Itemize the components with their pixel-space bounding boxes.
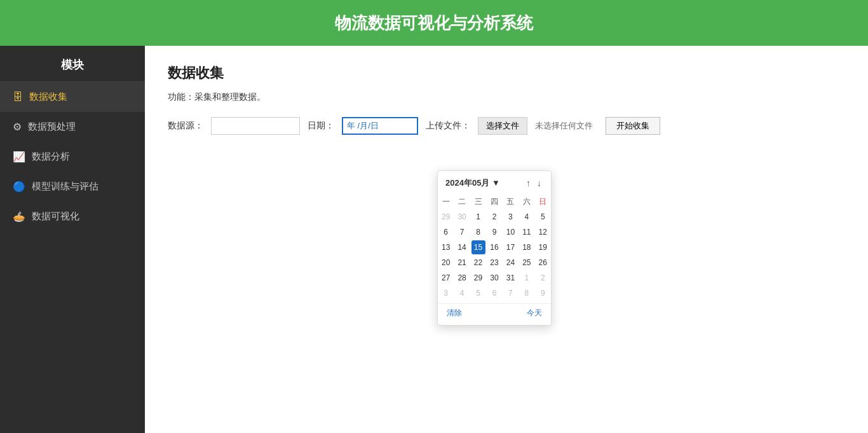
calendar-day[interactable]: 28 <box>455 271 469 285</box>
calendar-day[interactable]: 18 <box>520 240 534 254</box>
calendar-day[interactable]: 29 <box>471 271 485 285</box>
sidebar-item-data-preprocessing[interactable]: ⚙ 数据预处理 <box>0 112 145 142</box>
calendar-day[interactable]: 30 <box>455 210 469 224</box>
calendar-today-button[interactable]: 今天 <box>527 308 542 319</box>
calendar-day[interactable]: 11 <box>520 225 534 239</box>
calendar-week-row: 13141516171819 <box>438 240 551 255</box>
month-dropdown-icon: ▼ <box>492 178 500 188</box>
calendar-day[interactable]: 23 <box>487 256 501 270</box>
calendar-day[interactable]: 3 <box>503 210 517 224</box>
weekday-sat: 六 <box>519 194 534 209</box>
calendar-day[interactable]: 21 <box>455 256 469 270</box>
date-label: 日期： <box>308 120 334 132</box>
file-upload-button[interactable]: 选择文件 <box>478 117 527 135</box>
calendar-footer: 清除 今天 <box>438 303 551 320</box>
calendar-day[interactable]: 16 <box>487 240 501 254</box>
calendar-day[interactable]: 1 <box>520 271 534 285</box>
pie-icon: 🥧 <box>13 210 25 223</box>
calendar-week-row: 293012345 <box>438 209 551 224</box>
chart-icon: 📈 <box>13 151 25 163</box>
calendar-nav-buttons: ↑ ↓ <box>524 178 543 188</box>
sidebar-item-label-data-analysis: 数据分析 <box>32 151 70 163</box>
calendar-day[interactable]: 10 <box>503 225 517 239</box>
weekday-thu: 四 <box>486 194 502 209</box>
calendar-popup: 2024年05月 ▼ ↑ ↓ 一 二 三 四 五 六 <box>437 170 552 326</box>
weekday-mon: 一 <box>438 194 454 209</box>
calendar-day[interactable]: 30 <box>487 271 501 285</box>
calendar-day[interactable]: 5 <box>471 286 485 300</box>
calendar-day[interactable]: 24 <box>503 256 517 270</box>
calendar-day[interactable]: 3 <box>439 286 453 300</box>
calendar-day[interactable]: 4 <box>455 286 469 300</box>
calendar-day[interactable]: 6 <box>487 286 501 300</box>
calendar-day[interactable]: 22 <box>471 256 485 270</box>
calendar-day[interactable]: 5 <box>536 210 550 224</box>
calendar-prev-button[interactable]: ↑ <box>524 178 532 188</box>
func-desc: 功能：采集和整理数据。 <box>168 92 845 103</box>
calendar-day[interactable]: 12 <box>536 225 550 239</box>
database-icon: 🗄 <box>13 92 23 103</box>
datasource-input[interactable] <box>211 117 300 135</box>
file-info: 未选择任何文件 <box>535 120 593 132</box>
calendar-next-button[interactable]: ↓ <box>535 178 543 188</box>
calendar-day[interactable]: 31 <box>503 271 517 285</box>
calendar-day[interactable]: 26 <box>536 256 550 270</box>
calendar-weekdays-row: 一 二 三 四 五 六 日 <box>438 194 551 209</box>
calendar-day[interactable]: 7 <box>455 225 469 239</box>
sidebar-item-data-visualization[interactable]: 🥧 数据可视化 <box>0 202 145 231</box>
calendar-day[interactable]: 17 <box>503 240 517 254</box>
calendar-day[interactable]: 9 <box>536 286 550 300</box>
calendar-week-row: 3456789 <box>438 285 551 301</box>
calendar-day[interactable]: 25 <box>520 256 534 270</box>
calendar-clear-button[interactable]: 清除 <box>447 308 462 319</box>
calendar-day[interactable]: 4 <box>520 210 534 224</box>
datasource-label: 数据源： <box>168 120 203 132</box>
form-row: 数据源： 日期： 上传文件： 选择文件 未选择任何文件 开始收集 <box>168 117 845 135</box>
calendar-day[interactable]: 9 <box>487 225 501 239</box>
calendar-day[interactable]: 2 <box>487 210 501 224</box>
start-collect-button[interactable]: 开始收集 <box>606 117 660 135</box>
calendar-day[interactable]: 13 <box>439 240 453 254</box>
weekday-fri: 五 <box>503 194 519 209</box>
calendar-day[interactable]: 7 <box>503 286 517 300</box>
sidebar-item-label-data-visualization: 数据可视化 <box>32 210 79 223</box>
calendar-day[interactable]: 14 <box>455 240 469 254</box>
main-content: 数据收集 功能：采集和整理数据。 数据源： 日期： 上传文件： 选择文件 未选择… <box>145 46 868 433</box>
sidebar-item-model-training[interactable]: 🔵 模型训练与评估 <box>0 172 145 202</box>
sidebar-item-label-data-preprocessing: 数据预处理 <box>28 121 76 133</box>
weekday-sun: 日 <box>535 194 551 209</box>
main-layout: 模块 🗄 数据收集 ⚙ 数据预处理 📈 数据分析 🔵 模型训练与评估 🥧 数据可… <box>0 46 868 433</box>
calendar-day[interactable]: 15 <box>471 240 485 254</box>
page-title: 数据收集 <box>168 64 845 83</box>
weekday-wed: 三 <box>470 194 486 209</box>
calendar-day[interactable]: 20 <box>439 256 453 270</box>
app-title: 物流数据可视化与分析系统 <box>335 12 533 34</box>
sidebar-item-label-data-collection: 数据收集 <box>29 91 67 103</box>
sidebar-title: 模块 <box>0 46 145 82</box>
func-label: 功能： <box>168 92 194 102</box>
weekday-tue: 二 <box>454 194 470 209</box>
calendar-grid: 一 二 三 四 五 六 日 29301234567891011121314151… <box>438 194 551 301</box>
model-icon: 🔵 <box>13 181 25 193</box>
calendar-day[interactable]: 1 <box>471 210 485 224</box>
sidebar-item-data-analysis[interactable]: 📈 数据分析 <box>0 142 145 172</box>
upload-label: 上传文件： <box>426 120 470 132</box>
calendar-day[interactable]: 8 <box>471 225 485 239</box>
calendar-day[interactable]: 2 <box>536 271 550 285</box>
month-text: 2024年05月 <box>445 178 489 188</box>
calendar-day[interactable]: 27 <box>439 271 453 285</box>
calendar-day[interactable]: 29 <box>439 210 453 224</box>
calendar-week-row: 272829303112 <box>438 270 551 285</box>
sidebar-item-data-collection[interactable]: 🗄 数据收集 <box>0 82 145 112</box>
sidebar-item-label-model-training: 模型训练与评估 <box>32 181 98 193</box>
app-header: 物流数据可视化与分析系统 <box>0 0 868 46</box>
func-text: 采集和整理数据。 <box>194 92 266 102</box>
calendar-day[interactable]: 6 <box>439 225 453 239</box>
calendar-header: 2024年05月 ▼ ↑ ↓ <box>438 177 551 194</box>
calendar-month-label[interactable]: 2024年05月 ▼ <box>445 177 500 189</box>
calendar-day[interactable]: 8 <box>520 286 534 300</box>
calendar-day[interactable]: 19 <box>536 240 550 254</box>
calendar-week-row: 6789101112 <box>438 224 551 240</box>
calendar-week-row: 20212223242526 <box>438 255 551 270</box>
date-input[interactable] <box>342 117 418 135</box>
